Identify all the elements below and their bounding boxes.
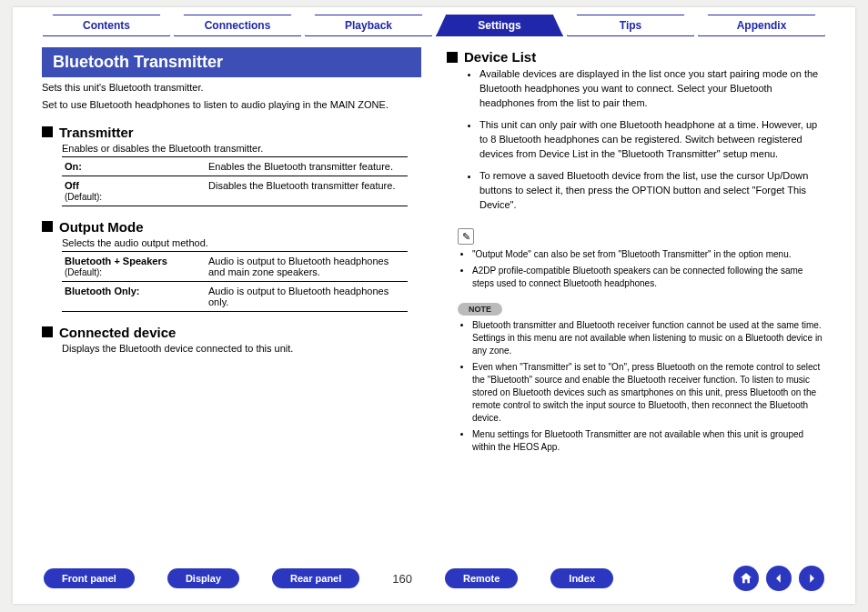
pill-display[interactable]: Display [167, 568, 239, 588]
tab-connections[interactable]: Connections [174, 15, 301, 36]
row-term: On: [65, 161, 82, 172]
row-term: Bluetooth Only: [65, 286, 140, 296]
next-arrow-icon[interactable] [799, 566, 824, 591]
heading-label: Device List [464, 49, 536, 65]
tab-settings[interactable]: Settings [436, 15, 563, 36]
square-bullet-icon [42, 326, 53, 337]
section-title: Bluetooth Transmitter [42, 47, 421, 77]
heading-label: Connected device [59, 325, 176, 340]
connected-desc: Displays the Bluetooth device connected … [62, 343, 421, 354]
row-desc: Audio is output to Bluetooth headphones … [208, 286, 405, 307]
footer-bar: Front panel Display Rear panel 160 Remot… [13, 566, 855, 591]
row-term: Off [65, 180, 79, 191]
tab-contents[interactable]: Contents [43, 15, 170, 36]
row-term: Bluetooth + Speakers [65, 256, 167, 266]
transmitter-table: On: Enables the Bluetooth transmitter fe… [62, 156, 408, 206]
nav-icons [733, 566, 824, 591]
table-row: Bluetooth Only: Audio is output to Bluet… [62, 282, 408, 312]
manual-page: Contents Connections Playback Settings T… [13, 7, 855, 604]
pill-rear-panel[interactable]: Rear panel [272, 568, 359, 588]
list-item: A2DP profile-compatible Bluetooth speake… [472, 265, 826, 290]
table-row: Off (Default): Disables the Bluetooth tr… [62, 176, 408, 206]
heading-transmitter: Transmitter [42, 125, 421, 140]
pill-index[interactable]: Index [550, 568, 613, 588]
row-desc: Disables the Bluetooth transmitter featu… [208, 180, 405, 202]
row-default: (Default): [65, 267, 102, 277]
pill-front-panel[interactable]: Front panel [44, 568, 135, 588]
pencil-icon: ✎ [458, 228, 474, 245]
intro-text-1: Sets this unit's Bluetooth transmitter. [42, 81, 421, 95]
square-bullet-icon [42, 126, 53, 137]
content-columns: Bluetooth Transmitter Sets this unit's B… [13, 36, 855, 457]
device-list-bullets: Available devices are displayed in the l… [479, 67, 826, 212]
list-item: "Output Mode" can also be set from "Blue… [472, 248, 826, 261]
output-table: Bluetooth + Speakers (Default): Audio is… [62, 251, 408, 312]
pill-remote[interactable]: Remote [445, 568, 518, 588]
table-row: Bluetooth + Speakers (Default): Audio is… [62, 252, 408, 282]
heading-connected-device: Connected device [42, 325, 421, 340]
note-list: Bluetooth transmitter and Bluetooth rece… [472, 319, 826, 454]
list-item: Menu settings for Bluetooth Transmitter … [472, 428, 826, 454]
note-badge: NOTE [458, 303, 502, 316]
row-default: (Default): [65, 192, 102, 202]
square-bullet-icon [447, 52, 458, 63]
heading-label: Transmitter [59, 125, 134, 140]
home-icon[interactable] [733, 566, 759, 591]
row-desc: Audio is output to Bluetooth headphones … [208, 256, 405, 277]
list-item: Bluetooth transmitter and Bluetooth rece… [472, 319, 826, 357]
list-item: Available devices are displayed in the l… [479, 67, 826, 111]
tab-tips[interactable]: Tips [567, 15, 694, 36]
prev-arrow-icon[interactable] [766, 566, 792, 591]
heading-device-list: Device List [447, 49, 826, 65]
right-column: Device List Available devices are displa… [447, 47, 826, 457]
top-tabs: Contents Connections Playback Settings T… [13, 7, 855, 36]
transmitter-desc: Enables or disables the Bluetooth transm… [62, 143, 421, 154]
list-item: To remove a saved Bluetooth device from … [479, 169, 826, 213]
row-desc: Enables the Bluetooth transmitter featur… [208, 161, 405, 172]
tips-list: "Output Mode" can also be set from "Blue… [472, 248, 826, 290]
heading-output-mode: Output Mode [42, 219, 421, 235]
tab-appendix[interactable]: Appendix [698, 15, 825, 36]
list-item: This unit can only pair with one Bluetoo… [479, 118, 826, 162]
page-number: 160 [392, 572, 412, 586]
left-column: Bluetooth Transmitter Sets this unit's B… [42, 47, 421, 457]
output-desc: Selects the audio output method. [62, 237, 421, 248]
square-bullet-icon [42, 221, 53, 232]
table-row: On: Enables the Bluetooth transmitter fe… [62, 157, 408, 176]
list-item: Even when "Transmitter" is set to "On", … [472, 361, 826, 425]
intro-text-2: Set to use Bluetooth headphones to liste… [42, 98, 421, 112]
heading-label: Output Mode [59, 219, 143, 235]
tab-playback[interactable]: Playback [305, 15, 432, 36]
